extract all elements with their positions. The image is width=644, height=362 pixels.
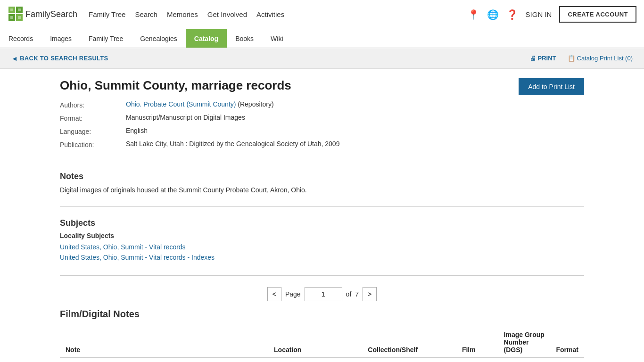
subjects-title: Subjects [60,218,584,228]
table-row: Index to marriage records, index to v. 4… [60,358,584,362]
format-label: Format: [60,114,126,122]
globe-icon[interactable]: 🌐 [487,9,499,20]
notes-title: Notes [60,172,584,181]
record-info: Ohio, Summit County, marriage records Au… [60,78,339,148]
cell-dgs: 4452786 [498,358,551,362]
subnav-family-tree[interactable]: Family Tree [80,29,132,48]
subnav-records[interactable]: Records [0,29,41,48]
svg-rect-4 [10,8,13,11]
notes-text: Digital images of originals housed at th… [60,185,584,195]
print-label: PRINT [538,55,556,62]
pagination: < Page of 7 > [60,287,584,301]
subnav-genealogies[interactable]: Genealogies [132,29,186,48]
publication-label: Publication: [60,140,126,148]
header-dgs: Image Group Number (DGS) [498,327,551,358]
header-note: Note [60,327,268,358]
svg-rect-6 [10,16,13,19]
authors-suffix: (Repository) [238,100,273,108]
format-value: Manuscript/Manuscript on Digital Images [126,114,339,122]
film-section-title: Film/Digital Notes [60,309,584,320]
authors-value: Ohio. Probate Court (Summit County) (Rep… [126,100,339,109]
cell-format: 📷 [551,358,584,362]
total-pages: 7 [355,290,359,298]
table-header-row: Note Location Collection/Shelf Film Imag… [60,327,584,358]
svg-rect-7 [18,16,21,19]
back-to-search-link[interactable]: ◄ BACK TO SEARCH RESULTS [11,55,108,62]
add-to-print-list-button[interactable]: Add to Print List [519,78,584,95]
film-table: Note Location Collection/Shelf Film Imag… [60,327,584,362]
sub-nav: Records Images Family Tree Genealogies C… [0,29,644,48]
sign-in-link[interactable]: SIGN IN [526,10,552,18]
language-label: Language: [60,127,126,135]
location-icon[interactable]: 📍 [468,9,479,20]
page-input[interactable] [305,287,342,301]
logo-text: FamilySearch [25,9,77,19]
catalog-print-link[interactable]: 📋 Catalog Print List (0) [568,55,633,62]
title-section: Ohio, Summit County, marriage records Au… [60,78,584,160]
subnav-catalog[interactable]: Catalog [186,29,227,48]
authors-label: Authors: [60,100,126,109]
back-bar: ◄ BACK TO SEARCH RESULTS 🖨 PRINT 📋 Catal… [0,48,644,69]
nav-memories[interactable]: Memories [167,10,198,18]
meta-table: Authors: Ohio. Probate Court (Summit Cou… [60,100,339,148]
subnav-wiki[interactable]: Wiki [262,29,291,48]
locality-subjects-label: Locality Subjects [60,232,584,239]
of-label: of [346,290,352,298]
publication-value: Salt Lake City, Utah : Digitized by the … [126,140,339,148]
notes-section: Notes Digital images of originals housed… [60,172,584,207]
record-title: Ohio, Summit County, marriage records [60,78,339,93]
cell-note: Index to marriage records, index to v. 4… [60,358,268,362]
main-header: FamilySearch Family Tree Search Memories… [0,0,644,29]
create-account-button[interactable]: CREATE ACCOUNT [559,6,636,23]
subjects-section: Subjects Locality Subjects United States… [60,218,584,276]
cell-film [456,358,498,362]
back-bar-right: 🖨 PRINT 📋 Catalog Print List (0) [530,55,633,62]
nav-activities[interactable]: Activities [256,10,284,18]
subject-link-2[interactable]: United States, Ohio, Summit - Vital reco… [60,254,584,261]
header-collection: Collection/Shelf [362,327,456,358]
authors-link[interactable]: Ohio. Probate Court (Summit County) [126,100,236,108]
language-value: English [126,127,339,135]
next-page-button[interactable]: > [363,287,377,301]
subject-link-1[interactable]: United States, Ohio, Summit - Vital reco… [60,243,584,251]
cell-collection: United States & Canada Digital [362,358,456,362]
main-nav: Family Tree Search Memories Get Involved… [89,10,468,18]
header-location: Location [268,327,362,358]
cell-location: Granite Mountain Record Vault [268,358,362,362]
prev-page-button[interactable]: < [267,287,281,301]
main-content: Ohio, Summit County, marriage records Au… [49,69,595,362]
header-actions: 📍 🌐 ❓ SIGN IN CREATE ACCOUNT [468,6,636,23]
nav-search[interactable]: Search [135,10,157,18]
subnav-books[interactable]: Books [227,29,262,48]
header-format: Format [551,327,584,358]
logo[interactable]: FamilySearch [8,6,77,24]
svg-rect-5 [18,8,21,11]
back-label: BACK TO SEARCH RESULTS [20,55,108,62]
print-link[interactable]: 🖨 PRINT [530,55,556,62]
subnav-images[interactable]: Images [41,29,80,48]
catalog-print-icon: 📋 [568,55,575,62]
nav-get-involved[interactable]: Get Involved [207,10,247,18]
logo-icon [8,6,25,24]
printer-icon: 🖨 [530,55,536,62]
help-icon[interactable]: ❓ [506,9,518,20]
table-body: Index to marriage records, index to v. 4… [60,358,584,362]
page-label: Page [285,290,301,298]
nav-family-tree[interactable]: Family Tree [89,10,125,18]
catalog-print-label: Catalog Print List (0) [577,55,633,62]
header-film: Film [456,327,498,358]
film-section: Film/Digital Notes Note Location Collect… [60,309,584,362]
table-head: Note Location Collection/Shelf Film Imag… [60,327,584,358]
back-arrow-icon: ◄ [11,55,18,62]
